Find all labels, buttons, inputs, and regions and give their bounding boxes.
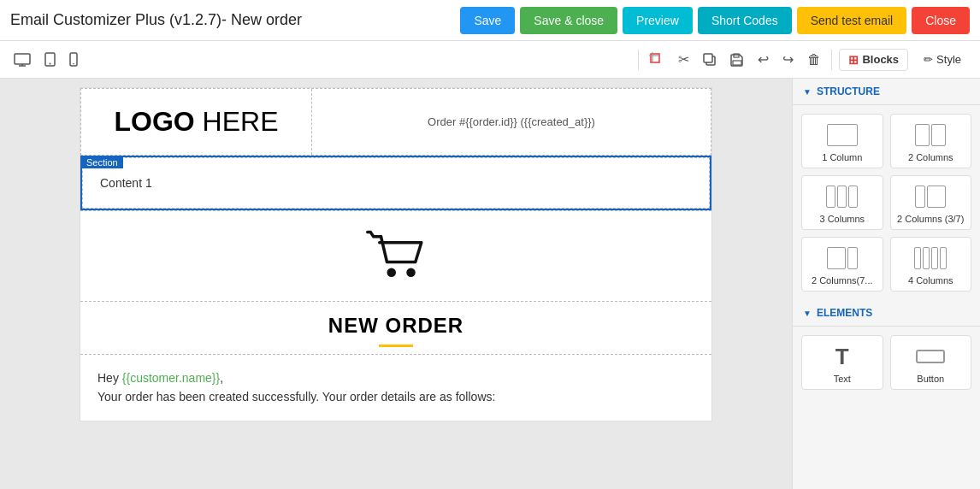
- svg-rect-11: [704, 54, 712, 62]
- email-header-section: LOGO HERE Order #{{order.id}} ({{created…: [80, 88, 711, 156]
- text-section: Hey {{customer.name}}, Your order has be…: [80, 354, 711, 421]
- 2-columns-73-item[interactable]: 2 Columns(7...: [801, 237, 883, 292]
- logo-column: LOGO HERE: [81, 89, 312, 155]
- structure-arrow-icon: ▼: [803, 87, 812, 97]
- 4-columns-icon: [914, 246, 947, 270]
- new-order-title: NEW ORDER: [97, 314, 694, 338]
- order-placeholder: Order #{{order.id}} ({{created_at}}): [428, 115, 595, 128]
- 4-columns-item[interactable]: 4 Columns: [890, 237, 972, 292]
- toolbar-device-icons: [10, 49, 631, 70]
- close-button[interactable]: Close: [912, 7, 970, 34]
- toolbar-separator: [638, 50, 639, 70]
- preview-button[interactable]: Preview: [623, 7, 693, 34]
- col-box: [847, 247, 858, 269]
- button-element-item[interactable]: Button: [890, 335, 972, 390]
- tablet-icon[interactable]: [41, 49, 59, 70]
- blocks-button[interactable]: ⊞ Blocks: [839, 49, 908, 71]
- mobile-icon[interactable]: [66, 49, 81, 70]
- delete-icon[interactable]: 🗑: [804, 49, 824, 71]
- section-label: Section: [81, 156, 123, 168]
- toolbar-separator-2: [831, 50, 832, 70]
- new-order-underline: [379, 345, 413, 347]
- svg-point-15: [406, 268, 416, 278]
- send-test-email-button[interactable]: Send test email: [797, 7, 907, 34]
- button-element-label: Button: [917, 374, 944, 384]
- section-wrapper[interactable]: Section Content 1: [80, 156, 711, 210]
- 1-column-label: 1 Column: [822, 152, 862, 162]
- button-element-icon: [916, 345, 945, 368]
- 1-column-icon: [827, 123, 858, 147]
- col-box: [848, 186, 858, 208]
- content-1-text: Content 1: [100, 176, 152, 190]
- structure-grid: 1 Column 2 Columns 3 Columns: [793, 105, 980, 300]
- copy-icon[interactable]: [700, 50, 720, 70]
- 2-columns-73-icon: [827, 246, 858, 270]
- right-panel: ▼ STRUCTURE 1 Column 2 Columns: [792, 79, 980, 489]
- pencil-icon: ✏: [924, 53, 933, 66]
- svg-point-4: [50, 63, 51, 65]
- 2-columns-label: 2 Columns: [908, 152, 953, 162]
- elements-grid: T Text Button: [793, 327, 980, 398]
- header-buttons: Save Save & close Preview Short Codes Se…: [460, 7, 970, 34]
- cut-icon[interactable]: ✂: [675, 48, 693, 71]
- save-close-button[interactable]: Save & close: [520, 7, 617, 34]
- desktop-icon[interactable]: [10, 50, 34, 70]
- style-button[interactable]: ✏ Style: [915, 50, 970, 69]
- order-description: Your order has been created successfully…: [97, 387, 694, 406]
- col-box: [826, 186, 835, 208]
- logo-bold: LOGO: [114, 106, 194, 137]
- elements-label: ELEMENTS: [817, 307, 872, 319]
- 2-columns-icon: [915, 123, 946, 147]
- order-column: Order #{{order.id}} ({{created_at}}): [312, 89, 711, 155]
- elements-arrow-icon: ▼: [803, 309, 812, 318]
- style-label: Style: [936, 53, 961, 66]
- structure-section-header: ▼ STRUCTURE: [793, 79, 980, 105]
- 3-columns-icon: [826, 185, 858, 209]
- 2-columns-item[interactable]: 2 Columns: [890, 114, 972, 168]
- logo-light: HERE: [195, 106, 279, 137]
- new-order-section: NEW ORDER: [80, 301, 711, 354]
- col-box: [940, 247, 947, 269]
- 2-columns-73-label: 2 Columns(7...: [812, 275, 873, 286]
- col-box: [915, 124, 930, 146]
- 2-columns-37-label: 2 Columns (3/7): [897, 214, 964, 224]
- toolbar: ✂ ↩ ↪ 🗑 ⊞ Blocks ✏ Style: [0, 41, 980, 79]
- blocks-grid-icon: ⊞: [848, 53, 859, 67]
- 2-columns-37-item[interactable]: 2 Columns (3/7): [890, 175, 972, 230]
- save-button[interactable]: Save: [460, 7, 515, 34]
- undo-icon[interactable]: ↩: [754, 48, 772, 71]
- 1-column-item[interactable]: 1 Column: [801, 114, 883, 168]
- short-codes-button[interactable]: Short Codes: [698, 7, 792, 34]
- col-box: [927, 186, 946, 208]
- svg-point-14: [387, 268, 397, 278]
- 3-columns-item[interactable]: 3 Columns: [801, 175, 883, 230]
- button-icon-rect: [916, 350, 945, 363]
- header: Email Customizer Plus (v1.2.7)- New orde…: [0, 0, 980, 41]
- email-canvas: LOGO HERE Order #{{order.id}} ({{created…: [80, 87, 712, 421]
- 2-columns-37-icon: [915, 185, 946, 209]
- redo-icon[interactable]: ↪: [779, 48, 797, 71]
- col-box: [827, 247, 846, 269]
- logo-text: LOGO HERE: [114, 106, 278, 138]
- 4-columns-label: 4 Columns: [908, 275, 953, 286]
- canvas-area[interactable]: LOGO HERE Order #{{order.id}} ({{created…: [0, 79, 792, 489]
- text-element-icon: T: [835, 345, 849, 368]
- hey-text: Hey {{customer.name}},: [97, 368, 694, 387]
- text-element-label: Text: [834, 374, 851, 384]
- customer-name-placeholder: {{customer.name}}: [122, 371, 220, 385]
- save-icon[interactable]: [727, 50, 747, 70]
- col-box: [931, 247, 938, 269]
- main-content: LOGO HERE Order #{{order.id}} ({{created…: [0, 79, 980, 489]
- col-box: [837, 186, 847, 208]
- text-element-item[interactable]: T Text: [801, 335, 883, 390]
- page-title: Email Customizer Plus (v1.2.7)- New orde…: [10, 11, 460, 29]
- svg-point-6: [73, 63, 74, 65]
- svg-rect-13: [733, 61, 741, 65]
- col-box: [923, 247, 930, 269]
- text-icon: T: [835, 344, 849, 370]
- svg-rect-0: [15, 54, 30, 64]
- 3-columns-label: 3 Columns: [819, 214, 865, 224]
- col-box: [827, 124, 858, 146]
- crop-icon[interactable]: [646, 49, 668, 71]
- toolbar-actions: ✂ ↩ ↪ 🗑 ⊞ Blocks ✏ Style: [646, 48, 970, 71]
